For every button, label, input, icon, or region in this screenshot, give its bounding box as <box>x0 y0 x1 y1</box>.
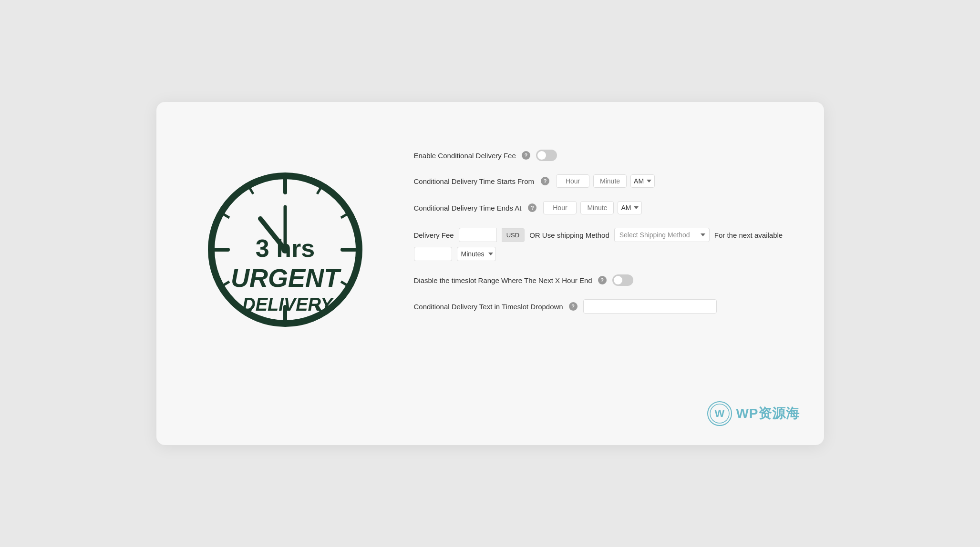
starts-from-row: Conditional Delivery Time Starts From ? … <box>414 174 795 188</box>
ends-minute-input[interactable] <box>580 201 614 214</box>
enable-fee-help-icon[interactable]: ? <box>522 151 530 160</box>
ends-at-label: Conditional Delivery Time Ends At <box>414 204 522 212</box>
for-next-label: For the next available <box>714 231 783 239</box>
delivery-fee-label: Delivery Fee <box>414 231 454 239</box>
starts-ampm-select[interactable]: AM PM <box>630 174 655 188</box>
delivery-fee-input[interactable] <box>459 228 497 242</box>
wp-brand-text: WP资源海 <box>736 405 800 423</box>
ends-ampm-select[interactable]: AM PM <box>618 201 642 214</box>
starts-minute-input[interactable] <box>593 174 627 188</box>
svg-text:3 hrs: 3 hrs <box>255 234 314 262</box>
starts-hour-input[interactable] <box>556 174 589 188</box>
disable-timeslot-row: Diasble the timeslot Range Where The Nex… <box>414 274 795 286</box>
svg-text:DELIVERY: DELIVERY <box>242 294 334 314</box>
conditional-text-row: Conditional Delivery Text in Timeslot Dr… <box>414 299 795 314</box>
wp-logo-icon: W <box>707 401 732 426</box>
delivery-fee-row: Delivery Fee USD OR Use shipping Method … <box>414 228 795 261</box>
svg-text:W: W <box>715 407 725 419</box>
left-branding: 3 hrs URGENT DELIVERY <box>185 131 385 369</box>
starts-from-help-icon[interactable]: ? <box>541 177 549 185</box>
enable-fee-toggle[interactable] <box>536 150 557 161</box>
starts-from-time-fields: AM PM <box>556 174 655 188</box>
conditional-text-label: Conditional Delivery Text in Timeslot Dr… <box>414 303 563 311</box>
ends-at-row: Conditional Delivery Time Ends At ? AM P… <box>414 201 795 214</box>
ends-hour-input[interactable] <box>543 201 577 214</box>
or-use-label: OR Use shipping Method <box>529 231 609 239</box>
clock-logo: 3 hrs URGENT DELIVERY <box>204 169 366 331</box>
usd-badge: USD <box>502 228 525 242</box>
svg-text:URGENT: URGENT <box>231 263 341 292</box>
ends-at-time-fields: AM PM <box>543 201 642 214</box>
enable-fee-slider <box>536 150 557 161</box>
next-available-input[interactable] <box>414 247 452 261</box>
disable-timeslot-slider <box>612 274 633 286</box>
disable-timeslot-label: Diasble the timeslot Range Where The Nex… <box>414 276 592 284</box>
right-form-section: Enable Conditional Delivery Fee ? Condit… <box>385 131 795 314</box>
conditional-text-help-icon[interactable]: ? <box>569 302 578 311</box>
disable-timeslot-help-icon[interactable]: ? <box>598 276 607 284</box>
conditional-text-input[interactable] <box>583 299 717 314</box>
shipping-method-select[interactable]: Select Shipping Method Standard Shipping… <box>614 228 710 242</box>
starts-from-label: Conditional Delivery Time Starts From <box>414 177 535 185</box>
wp-brand: W WP资源海 <box>707 401 800 426</box>
ends-at-help-icon[interactable]: ? <box>528 203 536 212</box>
enable-fee-label: Enable Conditional Delivery Fee <box>414 152 516 160</box>
enable-fee-row: Enable Conditional Delivery Fee ? <box>414 150 795 161</box>
main-card: 3 hrs URGENT DELIVERY Enable Conditional… <box>156 102 824 445</box>
time-unit-select[interactable]: Minutes Hours <box>457 247 496 261</box>
disable-timeslot-toggle[interactable] <box>612 274 633 286</box>
